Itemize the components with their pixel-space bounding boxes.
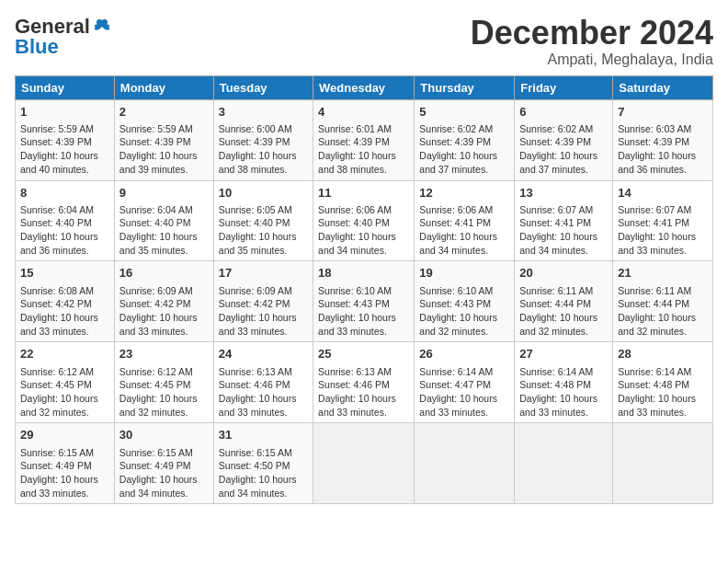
day-number: 30: [119, 427, 209, 443]
daylight-text: Daylight: 10 hours and 33 minutes.: [618, 393, 696, 418]
day-number: 5: [419, 104, 509, 121]
sunset-text: Sunset: 4:39 PM: [20, 136, 92, 147]
day-number: 29: [20, 427, 109, 443]
week-row-0: 1Sunrise: 5:59 AMSunset: 4:39 PMDaylight…: [16, 99, 713, 180]
calendar-cell: 17Sunrise: 6:09 AMSunset: 4:42 PMDayligh…: [213, 261, 313, 342]
sunset-text: Sunset: 4:40 PM: [20, 217, 92, 228]
daylight-text: Daylight: 10 hours and 33 minutes.: [219, 312, 297, 337]
daylight-text: Daylight: 10 hours and 35 minutes.: [219, 231, 297, 256]
header-tuesday: Tuesday: [213, 75, 313, 99]
daylight-text: Daylight: 10 hours and 33 minutes.: [419, 393, 497, 418]
sunrise-text: Sunrise: 6:02 AM: [519, 123, 593, 134]
sunset-text: Sunset: 4:41 PM: [519, 217, 591, 228]
sunrise-text: Sunrise: 6:11 AM: [618, 285, 691, 296]
calendar-cell: 5Sunrise: 6:02 AMSunset: 4:39 PMDaylight…: [415, 99, 515, 180]
sunrise-text: Sunrise: 6:06 AM: [419, 204, 493, 215]
sunrise-text: Sunrise: 6:04 AM: [20, 204, 94, 215]
calendar-cell: 11Sunrise: 6:06 AMSunset: 4:40 PMDayligh…: [313, 180, 415, 261]
sunset-text: Sunset: 4:44 PM: [618, 298, 689, 309]
daylight-text: Daylight: 10 hours and 33 minutes.: [219, 393, 297, 418]
day-number: 4: [318, 104, 409, 121]
day-number: 20: [519, 265, 608, 282]
sunrise-text: Sunrise: 6:09 AM: [119, 285, 193, 296]
sunset-text: Sunset: 4:39 PM: [318, 136, 390, 147]
day-number: 3: [219, 104, 308, 121]
page-container: General Blue December 2024 Ampati, Megha…: [0, 0, 728, 511]
sunset-text: Sunset: 4:39 PM: [419, 136, 491, 147]
calendar-cell: 2Sunrise: 5:59 AMSunset: 4:39 PMDaylight…: [114, 99, 213, 180]
calendar-table: SundayMondayTuesdayWednesdayThursdayFrid…: [15, 75, 713, 505]
day-number: 1: [20, 104, 109, 121]
daylight-text: Daylight: 10 hours and 32 minutes.: [618, 312, 696, 337]
header-friday: Friday: [515, 75, 613, 99]
calendar-cell: 21Sunrise: 6:11 AMSunset: 4:44 PMDayligh…: [613, 261, 713, 342]
sunset-text: Sunset: 4:49 PM: [20, 460, 92, 471]
sunset-text: Sunset: 4:39 PM: [519, 136, 591, 147]
day-number: 31: [219, 427, 308, 443]
sunrise-text: Sunrise: 6:13 AM: [219, 366, 292, 377]
daylight-text: Daylight: 10 hours and 33 minutes.: [318, 312, 396, 337]
sunrise-text: Sunrise: 6:12 AM: [20, 366, 94, 377]
day-number: 22: [20, 346, 109, 362]
daylight-text: Daylight: 10 hours and 37 minutes.: [519, 150, 597, 175]
week-row-3: 22Sunrise: 6:12 AMSunset: 4:45 PMDayligh…: [16, 342, 713, 423]
sunrise-text: Sunrise: 6:04 AM: [119, 204, 193, 215]
subtitle: Ampati, Meghalaya, India: [471, 52, 713, 68]
sunset-text: Sunset: 4:42 PM: [219, 298, 290, 309]
calendar-cell: 25Sunrise: 6:13 AMSunset: 4:46 PMDayligh…: [313, 342, 415, 423]
sunrise-text: Sunrise: 6:02 AM: [419, 123, 493, 134]
day-number: 10: [219, 185, 308, 201]
daylight-text: Daylight: 10 hours and 34 minutes.: [219, 474, 297, 499]
calendar-cell: 28Sunrise: 6:14 AMSunset: 4:48 PMDayligh…: [613, 342, 713, 423]
week-row-2: 15Sunrise: 6:08 AMSunset: 4:42 PMDayligh…: [16, 261, 713, 342]
calendar-cell: 14Sunrise: 6:07 AMSunset: 4:41 PMDayligh…: [613, 180, 713, 261]
daylight-text: Daylight: 10 hours and 38 minutes.: [318, 150, 396, 175]
calendar-cell: [313, 423, 415, 504]
sunset-text: Sunset: 4:39 PM: [119, 136, 191, 147]
day-number: 11: [318, 185, 409, 201]
calendar-cell: 12Sunrise: 6:06 AMSunset: 4:41 PMDayligh…: [415, 180, 515, 261]
daylight-text: Daylight: 10 hours and 33 minutes.: [318, 393, 396, 418]
calendar-cell: 15Sunrise: 6:08 AMSunset: 4:42 PMDayligh…: [16, 261, 115, 342]
calendar-cell: [613, 423, 713, 504]
day-number: 27: [519, 346, 608, 362]
daylight-text: Daylight: 10 hours and 38 minutes.: [219, 150, 297, 175]
header-thursday: Thursday: [415, 75, 515, 99]
daylight-text: Daylight: 10 hours and 33 minutes.: [519, 393, 597, 418]
daylight-text: Daylight: 10 hours and 33 minutes.: [618, 231, 696, 256]
day-number: 14: [618, 185, 708, 201]
week-row-1: 8Sunrise: 6:04 AMSunset: 4:40 PMDaylight…: [16, 180, 713, 261]
sunrise-text: Sunrise: 5:59 AM: [119, 123, 193, 134]
calendar-cell: 9Sunrise: 6:04 AMSunset: 4:40 PMDaylight…: [114, 180, 213, 261]
day-number: 2: [119, 104, 209, 121]
week-row-4: 29Sunrise: 6:15 AMSunset: 4:49 PMDayligh…: [16, 423, 713, 504]
calendar-cell: [515, 423, 613, 504]
calendar-cell: 16Sunrise: 6:09 AMSunset: 4:42 PMDayligh…: [114, 261, 213, 342]
sunrise-text: Sunrise: 6:15 AM: [119, 447, 193, 458]
sunset-text: Sunset: 4:44 PM: [519, 298, 591, 309]
header-row-days: SundayMondayTuesdayWednesdayThursdayFrid…: [16, 75, 713, 99]
header-saturday: Saturday: [613, 75, 713, 99]
sunset-text: Sunset: 4:42 PM: [119, 298, 191, 309]
daylight-text: Daylight: 10 hours and 37 minutes.: [419, 150, 497, 175]
sunrise-text: Sunrise: 6:14 AM: [519, 366, 593, 377]
sunset-text: Sunset: 4:39 PM: [618, 136, 689, 147]
sunrise-text: Sunrise: 6:13 AM: [318, 366, 392, 377]
sunrise-text: Sunrise: 5:59 AM: [20, 123, 94, 134]
calendar-cell: [415, 423, 515, 504]
calendar-cell: 18Sunrise: 6:10 AMSunset: 4:43 PMDayligh…: [313, 261, 415, 342]
calendar-cell: 22Sunrise: 6:12 AMSunset: 4:45 PMDayligh…: [16, 342, 115, 423]
daylight-text: Daylight: 10 hours and 33 minutes.: [20, 474, 98, 499]
day-number: 18: [318, 265, 409, 282]
calendar-cell: 1Sunrise: 5:59 AMSunset: 4:39 PMDaylight…: [16, 99, 115, 180]
daylight-text: Daylight: 10 hours and 33 minutes.: [119, 312, 198, 337]
day-number: 26: [419, 346, 509, 362]
calendar-cell: 31Sunrise: 6:15 AMSunset: 4:50 PMDayligh…: [213, 423, 313, 504]
sunset-text: Sunset: 4:39 PM: [219, 136, 290, 147]
daylight-text: Daylight: 10 hours and 32 minutes.: [20, 393, 98, 418]
calendar-cell: 20Sunrise: 6:11 AMSunset: 4:44 PMDayligh…: [515, 261, 613, 342]
header-row: General Blue December 2024 Ampati, Megha…: [15, 15, 713, 68]
sunset-text: Sunset: 4:48 PM: [618, 379, 689, 390]
calendar-cell: 23Sunrise: 6:12 AMSunset: 4:45 PMDayligh…: [114, 342, 213, 423]
header-sunday: Sunday: [16, 75, 115, 99]
